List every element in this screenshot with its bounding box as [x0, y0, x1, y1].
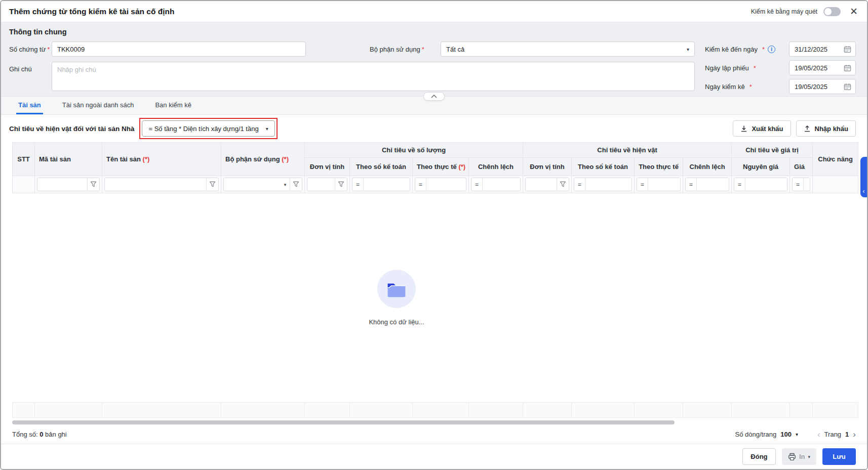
filter-number-input[interactable] [483, 178, 520, 191]
equals-operator[interactable]: = [734, 178, 745, 191]
col-chenh-lech-sl: Chênh lệch [469, 158, 523, 176]
filter-number-input[interactable] [585, 178, 632, 191]
group-hien-vat: Chỉ tiêu về hiện vật [523, 143, 732, 158]
equals-operator[interactable]: = [637, 178, 648, 191]
so-chung-tu-label: Số chứng từ * [9, 46, 52, 53]
criteria-select[interactable]: = Số tầng * Diện tích xây dựng/1 tầng ▾ [142, 120, 274, 137]
select-value: Tất cả [446, 46, 464, 53]
info-icon[interactable]: i [768, 46, 775, 53]
filter-don-vi-tinh-sl-input[interactable] [307, 178, 335, 191]
filter-icon[interactable] [206, 178, 218, 191]
equals-operator[interactable]: = [415, 178, 426, 191]
collapse-panel-button[interactable] [423, 92, 445, 101]
filter-ma-tai-san-input[interactable] [37, 178, 87, 191]
grid-header-table: STT Mã tài sản Tên tài sản (*) Bộ phận s… [12, 142, 858, 193]
equals-operator[interactable]: = [352, 178, 364, 191]
caret-down-icon[interactable]: ▾ [281, 182, 290, 187]
ghi-chu-label: Ghi chú [9, 65, 52, 73]
col-theo-so-ke-toan-hv: Theo sổ kế toán [572, 158, 635, 176]
page-number[interactable]: 1 [845, 431, 849, 438]
required-mark: * [47, 46, 50, 53]
upload-icon [804, 125, 811, 132]
filter-number-input[interactable] [426, 178, 466, 191]
equals-operator[interactable]: = [471, 178, 483, 191]
caret-down-icon[interactable]: ▾ [796, 432, 798, 437]
summary-row [13, 403, 858, 418]
date-value: 31/12/2025 [795, 46, 827, 53]
action-bar: Đóng In ▾ Lưu [1, 444, 867, 469]
equals-operator[interactable]: = [574, 178, 585, 191]
filter-number-input[interactable] [364, 178, 410, 191]
criteria-highlight-box: = Số tầng * Diện tích xây dựng/1 tầng ▾ [139, 118, 277, 139]
filter-don-vi-tinh-hv-input[interactable] [526, 178, 557, 191]
so-chung-tu-input[interactable] [52, 41, 306, 57]
tab-tai-san[interactable]: Tài sản [16, 97, 43, 114]
tab-tai-san-ngoai-danh-sach[interactable]: Tài sản ngoài danh sách [60, 97, 136, 114]
criteria-label: Chỉ tiêu về hiện vật đối với tài sản Nhà [9, 125, 134, 133]
calendar-icon [844, 83, 851, 91]
filter-number-input[interactable] [804, 178, 810, 191]
folder-icon [385, 280, 408, 298]
label-emphasis: Nhà [122, 125, 135, 133]
col-theo-thuc-te-sl: Theo thực tế (*) [413, 158, 469, 176]
asset-grid: STT Mã tài sản Tên tài sản (*) Bộ phận s… [1, 142, 867, 444]
ngay-kiem-ke-label: Ngày kiểm kê * [705, 83, 789, 91]
scan-toggle[interactable] [823, 7, 841, 16]
empty-folder-badge [377, 270, 416, 308]
filter-icon[interactable] [87, 178, 99, 191]
ngay-kiem-ke-input[interactable]: 19/05/2025 [789, 79, 856, 94]
filter-icon[interactable] [557, 178, 569, 191]
rows-per-page-value[interactable]: 100 [780, 431, 792, 438]
col-theo-so-ke-toan-sl: Theo sổ kế toán [350, 158, 413, 176]
info-left-column: Số chứng từ * Bộ phận sử dụng * Tất cả ▾ [9, 41, 695, 96]
prev-page-icon[interactable]: ‹ [817, 430, 820, 439]
caret-down-icon: ▾ [808, 454, 810, 459]
print-button[interactable]: In ▾ [782, 448, 816, 465]
label-text: Bộ phận sử dụng [370, 46, 420, 53]
titlebar: Thêm chứng từ tổng kiểm kê tài sản cố đị… [1, 1, 867, 22]
equals-operator[interactable]: = [793, 178, 804, 191]
info-row-1: Số chứng từ * Bộ phận sử dụng * Tất cả ▾ [9, 41, 695, 57]
filter-theo-so-ke-toan-sl: = [350, 176, 413, 193]
filter-bo-phan-select[interactable] [224, 178, 281, 191]
bo-phan-su-dung-select[interactable]: Tất cả ▾ [441, 41, 695, 57]
close-icon[interactable]: ✕ [850, 7, 858, 16]
tab-ban-kiem-ke[interactable]: Ban kiểm kê [153, 97, 193, 114]
label-text: Ngày lập phiếu [705, 64, 749, 72]
filter-ten-tai-san [102, 176, 221, 193]
group-gia-tri: Chỉ tiêu về giá trị [732, 143, 813, 158]
empty-state: Không có dữ liệu... [369, 270, 424, 326]
filter-icon[interactable] [290, 178, 302, 191]
total-records: Tổng số: 0 bản ghi [12, 431, 67, 438]
kiem-ke-den-ngay-input[interactable]: 31/12/2025 [789, 41, 856, 57]
ghi-chu-textarea[interactable] [52, 62, 695, 91]
total-value: 0 [40, 431, 43, 438]
grid-toolbar: Chỉ tiêu về hiện vật đối với tài sản Nhà… [1, 115, 867, 142]
filter-number-input[interactable] [745, 178, 787, 191]
equals-operator[interactable]: = [686, 178, 697, 191]
close-button[interactable]: Đóng [742, 448, 776, 465]
info-grid: Số chứng từ * Bộ phận sử dụng * Tất cả ▾ [9, 41, 856, 96]
filter-ten-tai-san-input[interactable] [105, 178, 206, 191]
rows-per-page-label: Số dòng/trang [735, 431, 777, 438]
filter-number-input[interactable] [648, 178, 680, 191]
ngay-lap-phieu-label: Ngày lập phiếu * [705, 64, 789, 72]
kiem-ke-den-ngay-label: Kiểm kê đến ngày * i [705, 46, 789, 53]
ngay-lap-phieu-input[interactable]: 19/05/2025 [789, 60, 856, 75]
import-button[interactable]: Nhập khẩu [796, 120, 856, 137]
next-page-icon[interactable]: › [853, 430, 856, 439]
filter-number-input[interactable] [697, 178, 729, 191]
toggle-knob [824, 8, 832, 15]
required-mark: * [754, 64, 756, 72]
side-panel-toggle[interactable]: ‹ [860, 157, 867, 197]
filter-icon[interactable] [335, 178, 347, 191]
export-button[interactable]: Xuất khẩu [733, 120, 791, 137]
horizontal-scrollbar[interactable] [12, 420, 675, 424]
info-row-2: Ghi chú [9, 62, 695, 91]
header-text: Tên tài sản [106, 155, 141, 163]
save-button[interactable]: Lưu [822, 448, 856, 465]
filter-chenh-lech-sl: = [469, 176, 523, 193]
col-chenh-lech-hv: Chênh lệch [683, 158, 732, 176]
chevron-up-icon [431, 95, 437, 98]
required-mark: (*) [143, 155, 150, 163]
